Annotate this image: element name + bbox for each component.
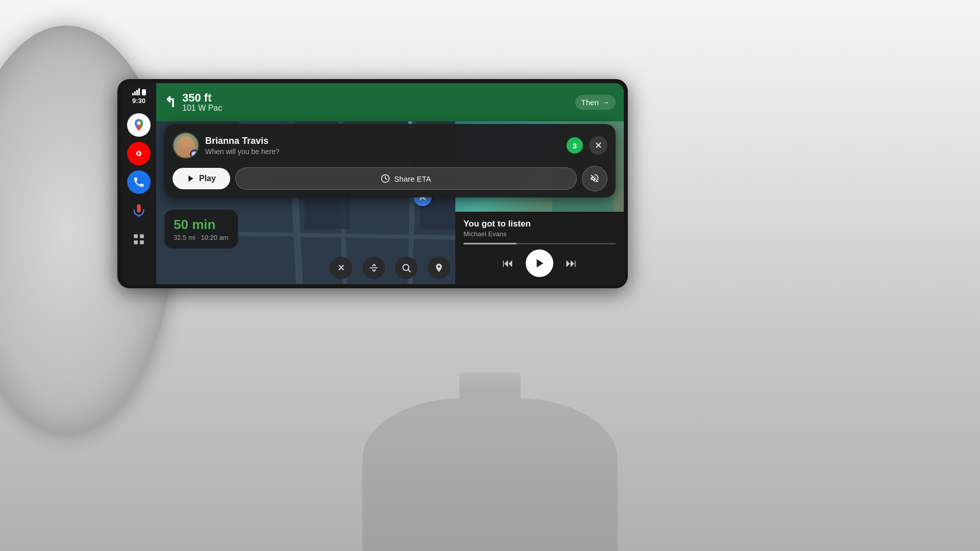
sidebar: 9:30 <box>121 83 156 284</box>
navigation-top-bar: ↰ 350 ft 101 W Pac Then → <box>156 83 624 121</box>
notification-overlay: Brianna Travis When will you be here? 3 … <box>164 124 616 197</box>
main-content: ↰ 350 ft 101 W Pac Then → <box>156 83 624 284</box>
route-options-button[interactable] <box>362 257 385 279</box>
sidebar-item-grid[interactable] <box>127 228 151 251</box>
playback-controls: ⏮ ⏭ <box>463 249 616 277</box>
progress-fill <box>463 243 517 244</box>
svg-marker-27 <box>188 176 193 182</box>
artist-name: Michael Evans <box>463 230 616 238</box>
svg-line-25 <box>408 269 410 272</box>
svg-point-0 <box>137 121 141 125</box>
nav-distance: 350 ft 101 W Pac <box>182 92 222 113</box>
svg-point-24 <box>403 264 409 270</box>
play-pause-button[interactable] <box>526 249 553 277</box>
nav-then-indicator: Then → <box>575 95 616 110</box>
progress-bar <box>463 243 616 244</box>
avatar-head <box>180 136 191 147</box>
music-controls: You got to listen Michael Evans ⏮ ⏭ <box>455 212 624 284</box>
mic-icon <box>132 204 146 218</box>
nav-toolbar: ✕ <box>330 257 450 279</box>
battery-icon <box>142 89 146 95</box>
notification-close-button[interactable]: ✕ <box>589 136 607 155</box>
svg-rect-4 <box>134 234 138 238</box>
mute-icon <box>590 173 600 184</box>
android-auto-screen: 9:30 <box>121 83 624 284</box>
svg-rect-6 <box>134 240 138 244</box>
svg-rect-7 <box>140 240 144 244</box>
search-icon <box>401 263 411 273</box>
avatar-app-badge <box>190 149 199 159</box>
notification-actions: Play Share ETA <box>173 166 607 191</box>
notification-count-badge: 3 <box>567 137 583 154</box>
sidebar-item-youtube[interactable] <box>127 142 151 165</box>
share-eta-icon <box>381 174 390 183</box>
eta-box: 50 min 32.5 mi · 10:20 am <box>164 210 238 248</box>
share-eta-button[interactable]: Share ETA <box>235 167 577 190</box>
svg-marker-26 <box>537 259 544 268</box>
previous-track-button[interactable]: ⏮ <box>502 257 513 270</box>
song-title: You got to listen <box>463 219 616 229</box>
maps-icon <box>132 118 146 132</box>
phone-icon <box>133 176 145 188</box>
status-time: 9:30 <box>132 97 146 105</box>
notification-text: Brianna Travis When will you be here? <box>205 136 560 156</box>
signal-bar-3 <box>136 90 138 95</box>
notification-header: Brianna Travis When will you be here? 3 … <box>173 132 607 159</box>
signal-bar-1 <box>132 93 134 95</box>
sidebar-item-mic[interactable] <box>127 199 151 222</box>
signal-bar-4 <box>138 88 140 95</box>
svg-point-3 <box>138 153 140 155</box>
mute-button[interactable] <box>582 166 607 191</box>
notification-subtitle: When will you be here? <box>205 147 560 156</box>
play-message-icon <box>187 174 195 183</box>
route-options-icon <box>369 263 379 273</box>
youtube-music-icon <box>133 147 145 160</box>
add-pin-button[interactable] <box>428 257 450 279</box>
sender-name: Brianna Travis <box>205 136 560 146</box>
play-icon <box>534 258 545 269</box>
grid-icon <box>132 233 145 246</box>
play-message-button[interactable]: Play <box>173 168 230 189</box>
sidebar-item-maps[interactable] <box>127 113 151 137</box>
screen-bezel: 9:30 <box>117 79 628 288</box>
next-track-button[interactable]: ⏭ <box>566 257 577 270</box>
center-console <box>362 398 618 551</box>
signal-bar-2 <box>134 91 136 95</box>
sender-avatar <box>173 132 199 159</box>
sidebar-item-phone[interactable] <box>127 170 151 194</box>
search-button[interactable] <box>395 257 418 279</box>
svg-rect-18 <box>305 194 350 229</box>
turn-arrow-icon: ↰ <box>164 94 176 111</box>
svg-rect-5 <box>140 234 144 238</box>
add-pin-icon <box>434 263 444 273</box>
cancel-route-button[interactable]: ✕ <box>330 257 352 279</box>
